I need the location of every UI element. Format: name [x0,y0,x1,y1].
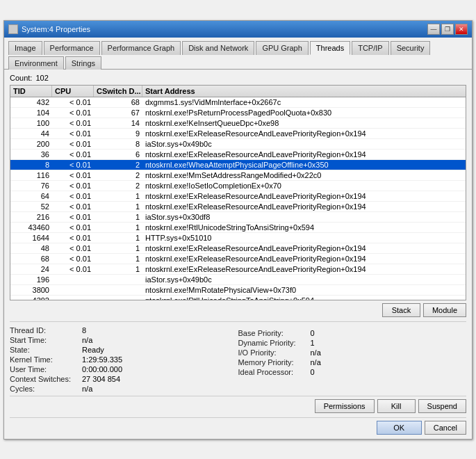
table-row[interactable]: 44 < 0.01 9 ntoskrnl.exe!ExReleaseResour… [10,129,466,139]
detail-label: Dynamic Priority: [238,339,308,347]
detail-row: Dynamic Priority: 1 [238,339,467,347]
tab-performance[interactable]: Performance [44,41,100,55]
table-row[interactable]: 432 < 0.01 68 dxgmms1.sys!VidMmInterface… [10,97,466,108]
td-cswitch [94,275,142,284]
td-cpu [52,275,94,284]
detail-value: 0 [311,368,315,376]
table-row[interactable]: 8 < 0.01 2 ntoskrnl.exe!WheaAttemptPhysi… [10,160,466,170]
tab-threads[interactable]: Threads [310,41,350,55]
table-row[interactable]: 4392 ntoskrnl.exe!RtlUnicodeStringToAnsi… [10,296,466,300]
table-row[interactable]: 24 < 0.01 1 ntoskrnl.exe!ExReleaseResour… [10,264,466,275]
td-address: ntoskrnl.exe!RtlUnicodeStringToAnsiStrin… [142,296,466,300]
table-header: TID CPU CSwitch D... Start Address [10,86,466,97]
td-tid: 104 [10,108,52,118]
suspend-button[interactable]: Suspend [418,399,466,413]
threads-table: TID CPU CSwitch D... Start Address 432 <… [10,85,466,300]
tab-performance-graph[interactable]: Performance Graph [101,41,181,55]
close-button[interactable]: ✕ [455,24,468,35]
tab-strings[interactable]: Strings [65,56,101,70]
table-row[interactable]: 3800 ntoskrnl.exe!MmRotatePhysicalView+0… [10,285,466,296]
td-cpu: < 0.01 [52,170,94,180]
table-row[interactable]: 48 < 0.01 1 ntoskrnl.exe!ExReleaseResour… [10,243,466,254]
detail-value: n/a [82,336,92,344]
tab-disk-network[interactable]: Disk and Network [182,41,254,55]
table-row[interactable]: 43460 < 0.01 1 ntoskrnl.exe!RtlUnicodeSt… [10,223,466,233]
col-cpu[interactable]: CPU [52,86,94,97]
td-tid: 24 [10,264,52,274]
td-address: ntoskrnl.exe!KeInsertQueueDpc+0xe98 [142,118,466,128]
detail-row: Base Priority: 0 [238,329,467,337]
td-cswitch: 1 [94,254,142,264]
window-title: System:4 Properties [22,25,90,33]
tab-tcpip[interactable]: TCP/IP [352,41,388,55]
table-row[interactable]: 100 < 0.01 14 ntoskrnl.exe!KeInsertQueue… [10,118,466,129]
detail-label: I/O Priority: [238,348,308,357]
td-cpu: < 0.01 [52,243,94,253]
detail-label: Context Switches: [10,375,79,383]
table-row[interactable]: 52 < 0.01 1 ntoskrnl.exe!ExReleaseResour… [10,202,466,212]
titlebar: System:4 Properties — ❐ ✕ [4,21,472,38]
detail-label: Ideal Processor: [238,368,308,376]
table-row[interactable]: 76 < 0.01 2 ntoskrnl.exe!IoSetIoCompleti… [10,181,466,191]
restore-button[interactable]: ❐ [441,24,454,35]
detail-value: 0 [311,329,315,337]
td-cswitch: 14 [94,118,142,128]
td-cswitch [94,296,142,300]
tab-gpu-graph[interactable]: GPU Graph [256,41,308,55]
detail-label: State: [10,346,79,354]
table-row[interactable]: 64 < 0.01 1 ntoskrnl.exe!ExReleaseResour… [10,191,466,202]
td-cpu: < 0.01 [52,223,94,232]
td-address: HTTP.sys+0x51010 [142,233,466,243]
tab-image[interactable]: Image [8,41,42,55]
count-label: Count: [10,74,32,82]
td-cswitch: 67 [94,108,142,118]
table-row[interactable]: 216 < 0.01 1 iaStor.sys+0x30df8 [10,212,466,223]
cancel-button[interactable]: Cancel [425,421,466,435]
td-tid: 76 [10,181,52,191]
td-cswitch [94,285,142,295]
td-address: ntoskrnl.exe!MmRotatePhysicalView+0x73f0 [142,285,466,295]
detail-row: Cycles: n/a [10,385,238,393]
td-cpu: < 0.01 [52,97,94,107]
detail-value: n/a [311,348,321,357]
action-buttons-row: Stack Module [10,303,466,317]
td-tid: 196 [10,275,52,284]
count-value: 102 [35,74,48,82]
col-cswitch[interactable]: CSwitch D... [94,86,142,97]
minimize-button[interactable]: — [427,24,440,35]
detail-value: 1:29:59.335 [82,355,122,364]
table-row[interactable]: 116 < 0.01 2 ntoskrnl.exe!MmSetAddressRa… [10,170,466,181]
td-tid: 52 [10,202,52,211]
tab-environment[interactable]: Environment [8,56,64,70]
col-address[interactable]: Start Address [142,86,466,97]
kill-button[interactable]: Kill [377,399,416,413]
ok-button[interactable]: OK [377,421,422,435]
permissions-button[interactable]: Permissions [315,399,375,413]
table-row[interactable]: 200 < 0.01 8 iaStor.sys+0x49b0c [10,139,466,150]
table-body[interactable]: 432 < 0.01 68 dxgmms1.sys!VidMmInterface… [10,97,466,300]
td-tid: 4392 [10,296,52,300]
td-address: iaStor.sys+0x49b0c [142,139,466,149]
table-row[interactable]: 68 < 0.01 1 ntoskrnl.exe!ExReleaseResour… [10,254,466,264]
td-tid: 1644 [10,233,52,243]
table-row[interactable]: 36 < 0.01 6 ntoskrnl.exe!ExReleaseResour… [10,150,466,160]
td-address: ntoskrnl.exe!ExReleaseResourceAndLeavePr… [142,202,466,211]
stack-button[interactable]: Stack [382,303,420,317]
td-cswitch: 9 [94,129,142,138]
bottom-action-row: Permissions Kill Suspend [10,399,466,413]
footer-row: OK Cancel [10,417,466,435]
td-tid: 216 [10,212,52,222]
table-row[interactable]: 196 iaStor.sys+0x49b0c [10,275,466,285]
td-cswitch: 8 [94,139,142,149]
td-cswitch: 1 [94,233,142,243]
module-button[interactable]: Module [423,303,466,317]
tab-security[interactable]: Security [391,41,431,55]
col-tid[interactable]: TID [10,86,52,97]
detail-row: Context Switches: 27 304 854 [10,375,238,383]
main-window: System:4 Properties — ❐ ✕ Image Performa… [3,20,473,440]
td-cswitch: 2 [94,181,142,191]
table-row[interactable]: 104 < 0.01 67 ntoskrnl.exe!PsReturnProce… [10,108,466,118]
detail-row: I/O Priority: n/a [238,348,467,357]
td-address: ntoskrnl.exe!IoSetIoCompletionEx+0x70 [142,181,466,191]
table-row[interactable]: 1644 < 0.01 1 HTTP.sys+0x51010 [10,233,466,243]
